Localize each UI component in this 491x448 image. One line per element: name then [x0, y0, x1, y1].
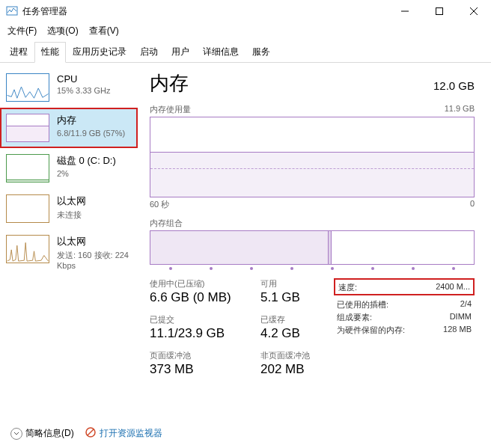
sidebar-item-label: 以太网	[57, 235, 132, 248]
stat-value-paged: 373 MB	[150, 362, 247, 377]
sidebar-item-sub: 15% 3.33 GHz	[57, 86, 111, 95]
stat-value-avail: 5.1 GB	[260, 290, 320, 305]
svg-line-6	[88, 429, 94, 435]
open-resource-monitor-link[interactable]: 打开资源监视器	[85, 426, 162, 441]
tab-users[interactable]: 用户	[165, 42, 196, 63]
stat-value-commit: 11.1/23.9 GB	[150, 326, 247, 341]
memory-usage-graph[interactable]	[150, 117, 475, 197]
detail-label: 为硬件保留的内存:	[337, 325, 405, 336]
sidebar-item-sub: 2%	[57, 169, 116, 178]
ethernet-thumb-graph	[6, 194, 49, 223]
memory-composition-graph[interactable]	[150, 230, 475, 265]
sidebar-item-sub: 6.8/11.9 GB (57%)	[57, 129, 125, 138]
fewer-details-button[interactable]: 简略信息(D)	[10, 427, 74, 440]
menubar: 文件(F) 选项(O) 查看(V)	[0, 22, 491, 41]
sidebar-item-sub: 发送: 160 接收: 224 Kbps	[57, 250, 132, 270]
stat-value-nonpaged: 202 MB	[260, 362, 320, 377]
cpu-thumb-graph	[6, 73, 49, 102]
app-icon	[6, 5, 18, 17]
stat-value-inuse: 6.6 GB (0 MB)	[150, 290, 247, 305]
sidebar-item-label: CPU	[57, 73, 111, 85]
tab-details[interactable]: 详细信息	[196, 42, 246, 63]
detail-value: 2400 M...	[436, 282, 470, 293]
stat-label-commit: 已提交	[150, 314, 247, 325]
titlebar: 任务管理器	[0, 0, 491, 22]
menu-options[interactable]: 选项(O)	[47, 25, 78, 37]
maximize-button[interactable]	[422, 0, 457, 22]
sidebar-item-ethernet-1[interactable]: 以太网 发送: 160 接收: 224 Kbps	[0, 229, 138, 276]
tab-startup[interactable]: 启动	[133, 42, 165, 63]
detail-label: 已使用的插槽:	[337, 299, 388, 310]
sidebar: CPU 15% 3.33 GHz 内存 6.8/11.9 GB (57%) 磁盘…	[0, 63, 138, 425]
tabs: 进程 性能 应用历史记录 启动 用户 详细信息 服务	[0, 41, 491, 63]
memory-thumb-graph	[6, 114, 49, 142]
time-axis-right: 0	[470, 199, 475, 210]
page-title: 内存	[150, 70, 189, 96]
total-memory: 12.0 GB	[433, 79, 475, 92]
details-speed-row: 速度:2400 M...	[334, 278, 475, 295]
menu-file[interactable]: 文件(F)	[7, 25, 37, 37]
sidebar-item-label: 内存	[57, 114, 125, 127]
stat-label-nonpaged: 非页面缓冲池	[260, 350, 320, 361]
sidebar-item-memory[interactable]: 内存 6.8/11.9 GB (57%)	[0, 108, 138, 148]
minimize-button[interactable]	[388, 0, 422, 22]
sidebar-item-disk[interactable]: 磁盘 0 (C: D:) 2%	[0, 148, 138, 188]
sidebar-item-cpu[interactable]: CPU 15% 3.33 GHz	[0, 67, 138, 108]
tab-app-history[interactable]: 应用历史记录	[66, 42, 133, 63]
detail-value: 2/4	[460, 299, 472, 310]
time-axis-left: 60 秒	[150, 199, 169, 210]
sidebar-item-label: 以太网	[57, 194, 86, 208]
usage-graph-max: 11.9 GB	[445, 104, 475, 115]
tab-performance[interactable]: 性能	[34, 42, 66, 63]
detail-value: 128 MB	[443, 325, 472, 336]
menu-view[interactable]: 查看(V)	[89, 25, 119, 37]
composition-label: 内存组合	[150, 218, 475, 229]
resource-monitor-icon	[85, 426, 97, 441]
usage-graph-label: 内存使用量	[150, 104, 191, 115]
stat-label-avail: 可用	[260, 278, 320, 289]
stat-label-cached: 已缓存	[260, 314, 320, 325]
ethernet-thumb-graph	[6, 235, 49, 263]
tab-processes[interactable]: 进程	[3, 42, 34, 63]
chevron-down-icon	[10, 428, 22, 440]
footer: 简略信息(D) 打开资源监视器	[10, 426, 162, 441]
window-title: 任务管理器	[22, 5, 388, 18]
sidebar-item-ethernet-0[interactable]: 以太网 未连接	[0, 188, 138, 229]
svg-rect-2	[436, 8, 443, 15]
sidebar-item-sub: 未连接	[57, 209, 86, 221]
stat-value-cached: 4.2 GB	[260, 326, 320, 341]
detail-value: DIMM	[450, 312, 472, 323]
stat-label-paged: 页面缓冲池	[150, 350, 247, 361]
stat-label-inuse: 使用中(已压缩)	[150, 278, 247, 289]
disk-thumb-graph	[6, 154, 49, 182]
detail-label: 组成要素:	[337, 312, 372, 323]
details-rest: 已使用的插槽:2/4 组成要素:DIMM 为硬件保留的内存:128 MB	[334, 295, 475, 337]
sidebar-item-label: 磁盘 0 (C: D:)	[57, 154, 116, 168]
close-button[interactable]	[457, 0, 491, 22]
main-panel: 内存 12.0 GB 内存使用量 11.9 GB 60 秒 0 内存组合 使用中…	[138, 63, 491, 425]
tab-services[interactable]: 服务	[246, 42, 277, 63]
detail-label: 速度:	[338, 282, 357, 293]
